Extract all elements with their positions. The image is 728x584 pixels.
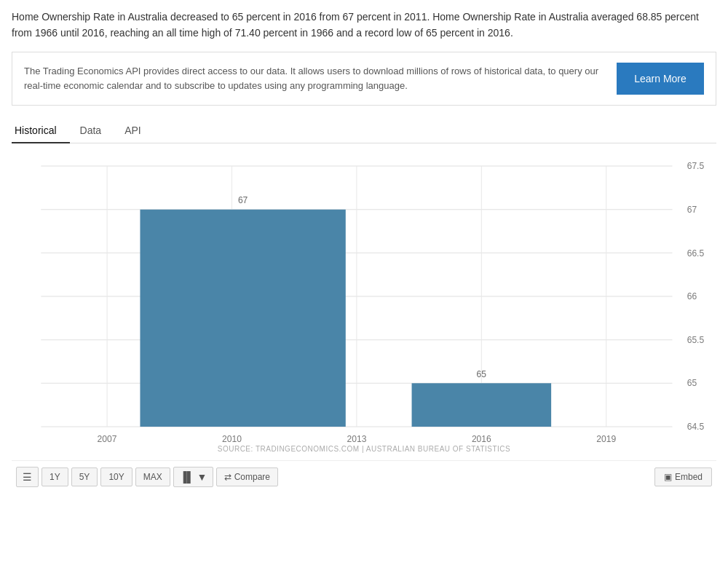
embed-button[interactable]: ▣ Embed <box>654 467 712 486</box>
chevron-down-icon: ▼ <box>197 471 207 483</box>
compare-icon: ⇄ <box>224 472 232 482</box>
source-text: SOURCE: TRADINGECONOMICS.COM | AUSTRALIA… <box>12 445 716 453</box>
5y-button[interactable]: 5Y <box>71 467 98 486</box>
bar-label-2016: 65 <box>477 368 487 379</box>
chart-svg: 67 65 67.5 67 66.5 66 65.5 65 64.5 2007 … <box>12 151 716 442</box>
tab-api[interactable]: API <box>122 119 154 143</box>
bar-chart-icon: ▐▌ <box>180 471 194 483</box>
10y-button[interactable]: 10Y <box>100 467 132 486</box>
embed-icon: ▣ <box>664 472 672 482</box>
x-label-2007: 2007 <box>98 434 117 442</box>
bar-2011 <box>140 210 345 427</box>
learn-more-button[interactable]: Learn More <box>617 63 704 95</box>
y-label-645: 64.5 <box>687 422 705 432</box>
toolbar: ☰ 1Y 5Y 10Y MAX ▐▌ ▼ ⇄ Compare ▣ Embed <box>12 460 716 493</box>
api-banner: The Trading Economics API provides direc… <box>12 52 716 106</box>
y-label-675: 67.5 <box>687 161 705 171</box>
chart-type-button[interactable]: ▐▌ ▼ <box>173 467 214 487</box>
chart-area: 67 65 67.5 67 66.5 66 65.5 65 64.5 2007 … <box>12 151 716 442</box>
tabs-container: Historical Data API <box>12 119 716 143</box>
main-container: Home Ownership Rate in Australia decreas… <box>0 0 728 502</box>
1y-button[interactable]: 1Y <box>41 467 68 486</box>
compare-button[interactable]: ⇄ Compare <box>216 467 278 486</box>
tab-historical[interactable]: Historical <box>12 119 70 143</box>
api-banner-text: The Trading Economics API provides direc… <box>24 64 602 93</box>
x-label-2019: 2019 <box>596 434 616 442</box>
x-label-2013: 2013 <box>347 434 366 442</box>
bar-label-2011: 67 <box>238 194 248 205</box>
tab-data[interactable]: Data <box>77 119 115 143</box>
x-label-2010: 2010 <box>222 434 242 442</box>
y-label-67: 67 <box>687 204 697 214</box>
y-label-65: 65 <box>687 378 697 388</box>
y-label-665: 66.5 <box>687 248 705 258</box>
x-label-2016: 2016 <box>472 434 491 442</box>
max-button[interactable]: MAX <box>135 467 170 486</box>
description-text: Home Ownership Rate in Australia decreas… <box>12 9 716 42</box>
y-label-655: 65.5 <box>687 334 705 344</box>
embed-label: Embed <box>675 472 703 482</box>
list-view-button[interactable]: ☰ <box>16 467 39 487</box>
y-label-66: 66 <box>687 291 697 301</box>
bar-2016 <box>412 383 552 427</box>
